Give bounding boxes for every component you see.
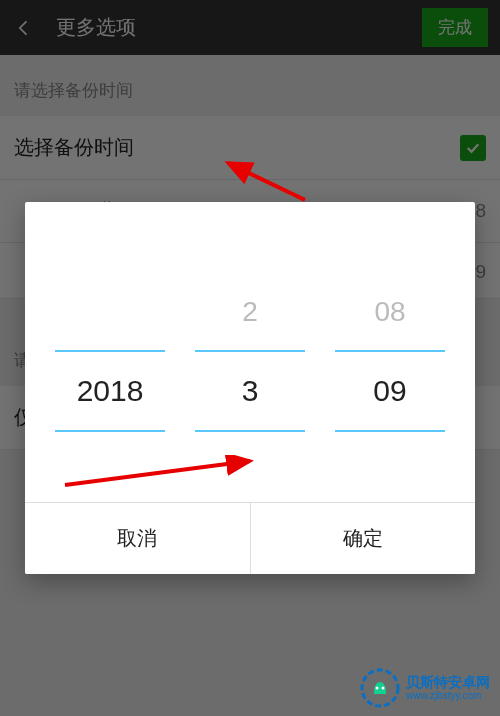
watermark-url: www.zjbstyy.com <box>406 690 490 701</box>
day-current: 09 <box>335 352 445 432</box>
watermark-name: 贝斯特安卓网 <box>406 675 490 690</box>
day-prev: 08 <box>374 272 405 352</box>
svg-point-6 <box>382 687 385 690</box>
date-picker-dialog: 2018 2 3 08 09 取消 确定 <box>25 202 475 574</box>
dialog-buttons: 取消 确定 <box>25 502 475 574</box>
svg-point-5 <box>376 687 379 690</box>
year-column[interactable]: 2018 <box>55 272 165 432</box>
confirm-button[interactable]: 确定 <box>250 503 476 574</box>
modal-overlay: 2018 2 3 08 09 取消 确定 <box>0 0 500 716</box>
year-current: 2018 <box>55 352 165 432</box>
month-prev: 2 <box>242 272 258 352</box>
picker-body: 2018 2 3 08 09 <box>25 202 475 502</box>
month-column[interactable]: 2 3 <box>195 272 305 432</box>
month-current: 3 <box>195 352 305 432</box>
watermark: 贝斯特安卓网 www.zjbstyy.com <box>360 668 490 708</box>
day-column[interactable]: 08 09 <box>335 272 445 432</box>
cancel-button[interactable]: 取消 <box>25 503 250 574</box>
watermark-logo-icon <box>360 668 400 708</box>
